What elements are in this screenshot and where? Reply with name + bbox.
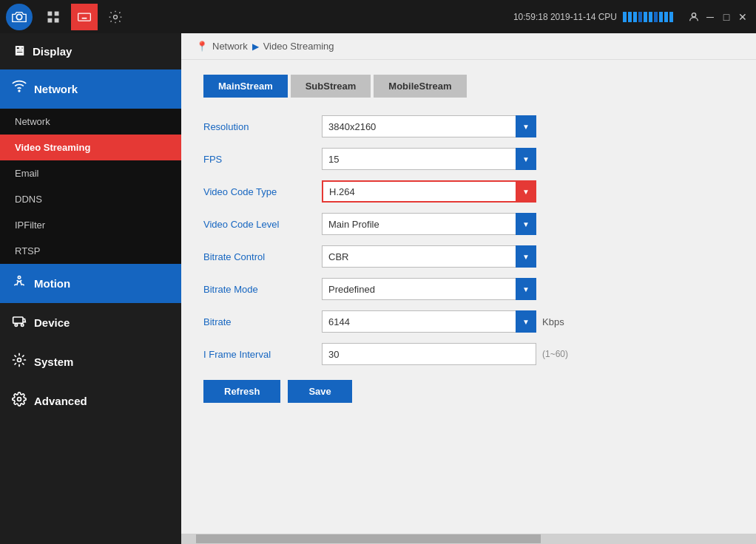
- form-row-iframeinterval: I Frame Interval (1~60): [203, 343, 734, 365]
- label-resolution: Resolution: [203, 121, 322, 132]
- label-fps: FPS: [203, 154, 322, 165]
- select-bitratemode[interactable]: PredefinedUser Defined: [322, 278, 536, 300]
- select-bitrate[interactable]: 614440962048: [322, 310, 536, 333]
- control-iframeinterval: (1~60): [322, 343, 568, 365]
- tab-mobilestream[interactable]: MobileStream: [374, 75, 466, 98]
- sidebar-item-system[interactable]: System: [0, 342, 181, 381]
- svg-rect-4: [48, 18, 53, 22]
- select-wrapper-bitratecontrol: CBRVBR ▼: [322, 245, 536, 268]
- form-row-fps: FPS 15202530 ▼: [203, 148, 734, 170]
- network-label: Network: [34, 83, 78, 95]
- svg-point-13: [692, 13, 695, 16]
- sidebar-sub-rtsp[interactable]: RTSP: [0, 238, 181, 264]
- sidebar-item-motion[interactable]: Motion: [0, 264, 181, 303]
- sidebar: 🖥 Display Network Network Video Streamin…: [0, 33, 181, 544]
- control-resolution: 3840x21601920x10801280x720 ▼: [322, 115, 536, 137]
- network-icon: [12, 80, 27, 98]
- sidebar-sub-ipfilter[interactable]: IPFilter: [0, 212, 181, 238]
- svg-rect-5: [55, 18, 59, 22]
- svg-point-18: [21, 324, 24, 326]
- label-bitratecontrol: Bitrate Control: [203, 251, 322, 262]
- control-videocodetype: H.264H.265MJPEG ▼: [322, 180, 536, 203]
- grid-icon[interactable]: [40, 4, 67, 30]
- svg-point-1: [17, 15, 21, 19]
- minimize-button[interactable]: ─: [703, 10, 718, 24]
- breadcrumb-parent: Network: [212, 41, 248, 52]
- tab-mainstream[interactable]: MainStream: [203, 75, 288, 98]
- refresh-button[interactable]: Refresh: [203, 380, 280, 403]
- select-wrapper-fps: 15202530 ▼: [322, 148, 536, 170]
- breadcrumb: 📍 Network ▶ Video Streaming: [181, 33, 756, 60]
- select-resolution[interactable]: 3840x21601920x10801280x720: [322, 115, 536, 137]
- cpu-bar: [623, 12, 673, 22]
- label-videocodetype: Video Code Type: [203, 186, 322, 197]
- sidebar-item-advanced[interactable]: Advanced: [0, 381, 181, 421]
- select-fps[interactable]: 15202530: [322, 148, 536, 170]
- maximize-button[interactable]: □: [719, 10, 734, 24]
- device-icon: [12, 313, 27, 332]
- title-bar-icons: [40, 4, 129, 30]
- display-label: Display: [33, 45, 72, 58]
- user-icon[interactable]: [686, 10, 701, 24]
- tab-substream[interactable]: SubStream: [291, 75, 371, 98]
- sidebar-sub-network[interactable]: Network: [0, 109, 181, 135]
- svg-point-19: [18, 358, 21, 362]
- svg-rect-2: [48, 11, 53, 16]
- display-icon: 🖥: [12, 44, 25, 59]
- select-videocodelevel[interactable]: Main ProfileBaseline ProfileHigh Profile: [322, 213, 536, 235]
- sidebar-item-device[interactable]: Device: [0, 303, 181, 342]
- settings-icon[interactable]: [102, 4, 129, 30]
- title-bar-left: [6, 4, 129, 30]
- motion-icon: [12, 274, 27, 293]
- select-bitratecontrol[interactable]: CBRVBR: [322, 245, 536, 268]
- breadcrumb-current: Video Streaming: [263, 41, 334, 52]
- content-area: 📍 Network ▶ Video Streaming MainStream S…: [181, 33, 756, 544]
- title-bar-right: 10:59:18 2019-11-14 CPU ─ □ ✕: [513, 10, 750, 24]
- sidebar-sub-email[interactable]: Email: [0, 160, 181, 186]
- main-layout: 🖥 Display Network Network Video Streamin…: [0, 33, 756, 544]
- sidebar-sub-ddns[interactable]: DDNS: [0, 186, 181, 212]
- control-bitratemode: PredefinedUser Defined ▼: [322, 278, 536, 300]
- control-videocodelevel: Main ProfileBaseline ProfileHigh Profile…: [322, 213, 536, 235]
- keyboard-icon[interactable]: [71, 4, 98, 30]
- sidebar-item-display[interactable]: 🖥 Display: [0, 33, 181, 69]
- advanced-label: Advanced: [34, 395, 87, 407]
- sidebar-sub-videostreaming[interactable]: Video Streaming: [0, 135, 181, 160]
- app-icon: [6, 4, 33, 30]
- form-row-bitratemode: Bitrate Mode PredefinedUser Defined ▼: [203, 278, 734, 300]
- datetime-display: 10:59:18 2019-11-14 CPU: [513, 12, 617, 22]
- window-controls: ─ □ ✕: [686, 10, 750, 24]
- horizontal-scrollbar[interactable]: [181, 534, 756, 544]
- svg-point-20: [18, 398, 21, 401]
- system-label: System: [34, 356, 73, 368]
- svg-point-12: [114, 15, 118, 18]
- label-bitratemode: Bitrate Mode: [203, 284, 322, 295]
- device-label: Device: [34, 316, 70, 329]
- system-icon: [12, 353, 27, 371]
- control-bitratecontrol: CBRVBR ▼: [322, 245, 536, 268]
- stream-tabs: MainStream SubStream MobileStream: [203, 75, 734, 98]
- h-scrollbar-thumb: [196, 534, 541, 543]
- iframeinterval-range: (1~60): [542, 349, 568, 359]
- select-wrapper-videocodelevel: Main ProfileBaseline ProfileHigh Profile…: [322, 213, 536, 235]
- select-videocodetype[interactable]: H.264H.265MJPEG: [322, 180, 536, 203]
- save-button[interactable]: Save: [288, 380, 351, 403]
- control-bitrate: 614440962048 ▼ Kbps: [322, 310, 564, 333]
- form-row-bitratecontrol: Bitrate Control CBRVBR ▼: [203, 245, 734, 268]
- svg-point-15: [18, 276, 20, 279]
- label-iframeinterval: I Frame Interval: [203, 349, 322, 360]
- sidebar-item-network[interactable]: Network: [0, 69, 181, 109]
- bitrate-unit: Kbps: [542, 316, 564, 327]
- close-button[interactable]: ✕: [735, 10, 750, 24]
- svg-point-14: [18, 90, 20, 92]
- label-bitrate: Bitrate: [203, 316, 322, 327]
- select-wrapper-resolution: 3840x21601920x10801280x720 ▼: [322, 115, 536, 137]
- input-iframeinterval[interactable]: [322, 343, 536, 365]
- control-fps: 15202530 ▼: [322, 148, 536, 170]
- form-row-videocodelevel: Video Code Level Main ProfileBaseline Pr…: [203, 213, 734, 235]
- svg-point-17: [15, 324, 17, 326]
- motion-label: Motion: [34, 277, 70, 290]
- form-row-bitrate: Bitrate 614440962048 ▼ Kbps: [203, 310, 734, 333]
- select-wrapper-bitrate: 614440962048 ▼: [322, 310, 536, 333]
- svg-rect-3: [55, 11, 59, 16]
